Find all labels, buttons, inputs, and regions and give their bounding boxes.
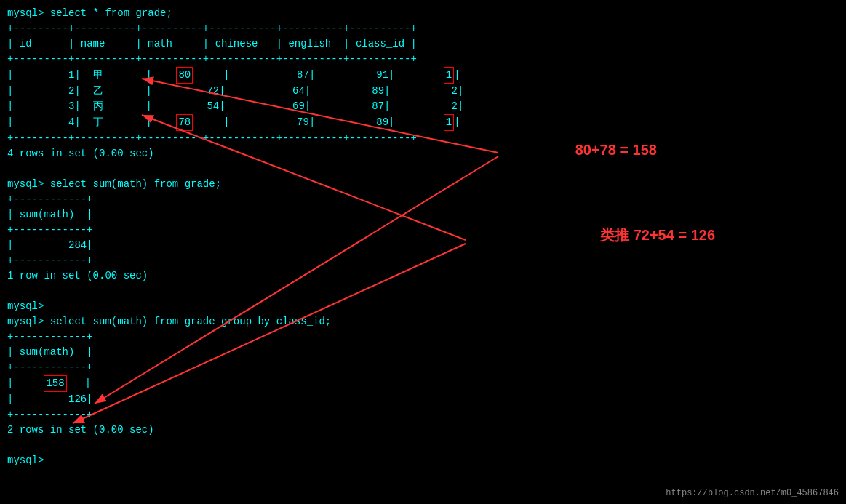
table3-border-mid: +------------+ bbox=[7, 360, 839, 375]
blank-1 bbox=[7, 161, 839, 177]
table1-border-top: +---------+----------+----------+-------… bbox=[7, 21, 839, 36]
math-box-1: 80 bbox=[176, 67, 193, 84]
table1-row-count: 4 rows in set (0.00 sec) bbox=[7, 146, 839, 161]
table1-row-1: | 1| 甲 | 80 | 87| 91| 1| bbox=[7, 67, 839, 84]
table3-border-bot: +------------+ bbox=[7, 407, 839, 423]
table3-header: | sum(math) | bbox=[7, 345, 839, 360]
annotation-158: 80+78 = 158 bbox=[575, 142, 657, 159]
class-box-1: 1 bbox=[444, 67, 454, 84]
query-1-text: select * from grade; bbox=[50, 7, 172, 19]
math-box-4: 78 bbox=[176, 114, 193, 131]
table1-row-3: | 3| 丙 | 54| 69| 87| 2| bbox=[7, 99, 839, 114]
table2-row-count: 1 row in set (0.00 sec) bbox=[7, 268, 839, 284]
final-prompt: mysql> bbox=[7, 453, 839, 468]
table1-row-2: | 2| 乙 | 72| 64| 89| 2| bbox=[7, 84, 839, 99]
query-1-line: mysql> select * from grade; bbox=[7, 6, 839, 21]
table2-border-top: +------------+ bbox=[7, 192, 839, 207]
table3-border-top: +------------+ bbox=[7, 329, 839, 345]
watermark: https://blog.csdn.net/m0_45867846 bbox=[666, 488, 839, 498]
prompt-1: mysql> bbox=[7, 7, 50, 19]
query-3-text: select sum(math) from grade group by cla… bbox=[50, 316, 331, 327]
table1-header: | id | name | math | chinese | english |… bbox=[7, 36, 839, 52]
table1-row-4: | 4| 丁 | 78 | 79| 89| 1| bbox=[7, 114, 839, 131]
table2-border-bot: +------------+ bbox=[7, 253, 839, 268]
terminal: mysql> select * from grade; +---------+-… bbox=[0, 0, 846, 504]
query-2-line: mysql> select sum(math) from grade; bbox=[7, 177, 839, 192]
table1-border-mid: +---------+----------+----------+-------… bbox=[7, 52, 839, 67]
prompt-2: mysql> bbox=[7, 178, 50, 190]
table3-row-count: 2 rows in set (0.00 sec) bbox=[7, 423, 839, 438]
table2-header: | sum(math) | bbox=[7, 207, 839, 223]
blank-3 bbox=[7, 438, 839, 453]
query-2-text: select sum(math) from grade; bbox=[50, 178, 221, 190]
prompt-3-blank: mysql> bbox=[7, 299, 839, 314]
query-3-line: mysql> select sum(math) from grade group… bbox=[7, 314, 839, 329]
table1-border-bot: +---------+----------+----------+-------… bbox=[7, 131, 839, 146]
annotation-126: 类推 72+54 = 126 bbox=[600, 225, 715, 245]
blank-2 bbox=[7, 284, 839, 299]
table3-value1: | 158 | bbox=[7, 375, 839, 392]
class-box-4: 1 bbox=[444, 114, 454, 131]
prompt-3: mysql> bbox=[7, 316, 50, 327]
table3-value2: | 126| bbox=[7, 392, 839, 407]
sum-box-158: 158 bbox=[44, 375, 66, 392]
